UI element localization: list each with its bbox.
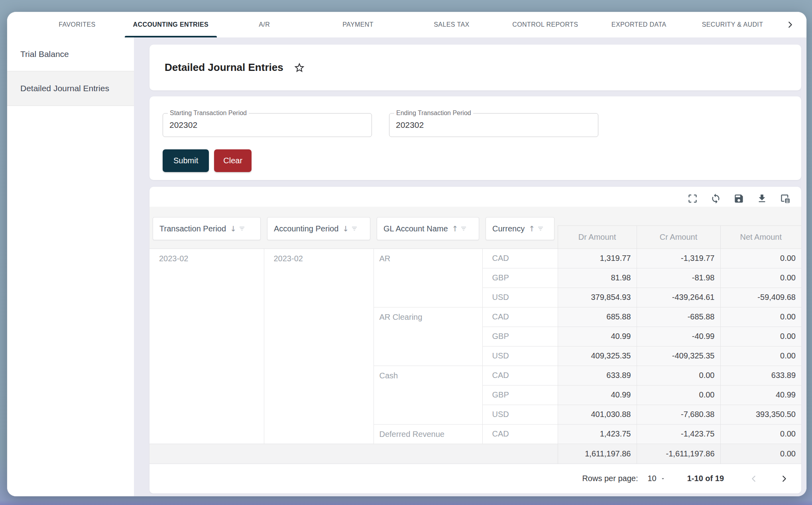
filter-icon[interactable]	[537, 225, 544, 232]
column-header-dr-amount: Dr Amount	[558, 225, 637, 249]
dr-amount-cell: 633.89	[558, 366, 637, 385]
nav-overflow-button[interactable]	[779, 12, 801, 37]
dr-amount-cell: 401,030.88	[558, 405, 637, 424]
nav-tab-favorites[interactable]: FAVORITES	[30, 12, 124, 37]
filter-icon[interactable]	[460, 225, 467, 232]
clear-button[interactable]: Clear	[214, 149, 252, 172]
page-title: Detailed Journal Entries	[165, 61, 283, 74]
submit-button[interactable]: Submit	[163, 149, 209, 172]
sidebar: Trial BalanceDetailed Journal Entries	[7, 37, 134, 496]
sort-chip-currency[interactable]: Currency ↑	[486, 217, 554, 240]
sort-arrow-icon[interactable]: ↑	[452, 224, 458, 233]
download-button[interactable]	[756, 193, 767, 204]
gl-account-cell: Cash	[374, 366, 482, 424]
chevron-left-icon	[749, 474, 758, 483]
cr-amount-cell: -7,680.38	[637, 405, 720, 424]
nav-tab-sales-tax[interactable]: SALES TAX	[405, 12, 499, 37]
save-button[interactable]	[733, 193, 744, 204]
starting-period-input[interactable]	[163, 114, 372, 137]
dr-amount-cell: 40.99	[558, 385, 637, 405]
pagination-range: 1-10 of 19	[687, 474, 724, 483]
starting-period-label: Starting Transaction Period	[168, 110, 249, 117]
net-amount-cell: 393,350.50	[720, 405, 801, 424]
currency-cell: CAD	[482, 424, 558, 444]
sidebar-item-detailed-journal-entries[interactable]: Detailed Journal Entries	[7, 71, 134, 106]
net-amount-cell: 0.00	[720, 424, 801, 444]
sidebar-item-trial-balance[interactable]: Trial Balance	[7, 37, 134, 71]
sort-arrow-icon[interactable]: ↓	[342, 224, 349, 233]
report-table-card: Transaction Period ↓ Accounting Period ↓	[149, 187, 801, 493]
save-icon	[733, 193, 744, 204]
next-page-button[interactable]	[778, 473, 790, 485]
caret-down-icon	[660, 476, 666, 482]
column-header-cr-amount: Cr Amount	[637, 225, 720, 249]
currency-cell: USD	[482, 405, 558, 424]
currency-cell: USD	[482, 288, 558, 307]
nav-tab-exported-data[interactable]: EXPORTED DATA	[592, 12, 686, 37]
net-amount-cell: -59,409.68	[720, 288, 801, 307]
filter-icon[interactable]	[238, 225, 246, 232]
ending-period-input[interactable]	[389, 114, 598, 137]
nav-tab-a-r[interactable]: A/R	[218, 12, 311, 37]
dr-amount-cell: 1,423.75	[558, 424, 637, 444]
desktop: { "nav": { "tabs": ["FAVORITES", "ACCOUN…	[0, 0, 812, 505]
column-header-transaction-period: Transaction Period ↓	[149, 207, 264, 249]
dr-amount-cell: 1,319.77	[558, 249, 637, 268]
net-amount-cell: 40.99	[720, 385, 801, 405]
dr-amount-cell: 81.98	[558, 268, 637, 288]
totals-spacer	[149, 444, 558, 464]
previous-page-button[interactable]	[748, 473, 760, 485]
sort-arrow-icon[interactable]: ↓	[230, 224, 236, 233]
app-window: FAVORITESACCOUNTING ENTRIESA/RPAYMENTSAL…	[7, 12, 806, 496]
rows-per-page-label: Rows per page:	[582, 474, 638, 483]
rows-per-page-select[interactable]: 10	[647, 474, 665, 483]
cr-amount-cell: -40.99	[637, 327, 720, 346]
dr-amount-cell: 685.88	[558, 307, 637, 327]
table-view-button[interactable]	[779, 193, 790, 204]
chevron-right-icon	[780, 474, 788, 483]
refresh-button[interactable]	[710, 193, 721, 204]
starting-period-field-wrapper: Starting Transaction Period	[163, 113, 372, 137]
dr-amount-cell: 409,325.35	[558, 346, 637, 366]
column-header-accounting-period: Accounting Period ↓	[264, 207, 374, 249]
nav-tab-security-audit[interactable]: SECURITY & AUDIT	[686, 12, 779, 37]
gl-account-cell: Deferred Revenue	[374, 424, 482, 444]
cr-amount-cell: 0.00	[637, 366, 720, 385]
cr-amount-cell: -409,325.35	[637, 346, 720, 366]
fullscreen-button[interactable]	[687, 193, 698, 204]
sort-arrow-icon[interactable]: ↑	[529, 224, 535, 233]
sort-chip-gl-account-name[interactable]: GL Account Name ↑	[377, 217, 479, 240]
column-label: GL Account Name	[383, 224, 448, 233]
currency-cell: CAD	[482, 249, 558, 268]
nav-tab-payment[interactable]: PAYMENT	[311, 12, 405, 37]
header-spacer	[558, 207, 637, 225]
sort-chip-transaction-period[interactable]: Transaction Period ↓	[153, 217, 261, 240]
favorite-button[interactable]	[293, 61, 306, 74]
net-amount-cell: 0.00	[720, 268, 801, 288]
currency-cell: CAD	[482, 366, 558, 385]
net-amount-cell: 0.00	[720, 307, 801, 327]
dr-amount-cell: 40.99	[558, 327, 637, 346]
column-label: Currency	[492, 224, 525, 233]
star-icon	[293, 62, 305, 74]
gl-account-cell: AR	[374, 249, 482, 307]
table-row: 2023-022023-02ARCAD1,319.77-1,319.770.00	[149, 249, 801, 268]
column-label: Accounting Period	[274, 224, 338, 233]
net-amount-cell: 0.00	[720, 249, 801, 268]
currency-cell: USD	[482, 346, 558, 366]
column-header-gl-account-name: GL Account Name ↑	[374, 207, 482, 249]
header-spacer	[720, 207, 801, 225]
main-panel: Detailed Journal Entries Starting Transa…	[134, 37, 806, 496]
nav-tab-accounting-entries[interactable]: ACCOUNTING ENTRIES	[124, 12, 218, 37]
sort-chip-accounting-period[interactable]: Accounting Period ↓	[267, 217, 370, 240]
filter-icon[interactable]	[351, 225, 358, 232]
cr-amount-cell: -81.98	[637, 268, 720, 288]
nav-tab-control-reports[interactable]: CONTROL REPORTS	[498, 12, 592, 37]
cr-amount-cell: -1,423.75	[637, 424, 720, 444]
content-area: Trial BalanceDetailed Journal Entries De…	[7, 37, 806, 496]
top-nav: FAVORITESACCOUNTING ENTRIESA/RPAYMENTSAL…	[7, 12, 806, 37]
net-amount-cell: 633.89	[720, 366, 801, 385]
journal-entries-table: Transaction Period ↓ Accounting Period ↓	[149, 207, 801, 464]
total-cr-amount: -1,611,197.86	[637, 444, 720, 464]
ending-period-label: Ending Transaction Period	[394, 110, 473, 117]
